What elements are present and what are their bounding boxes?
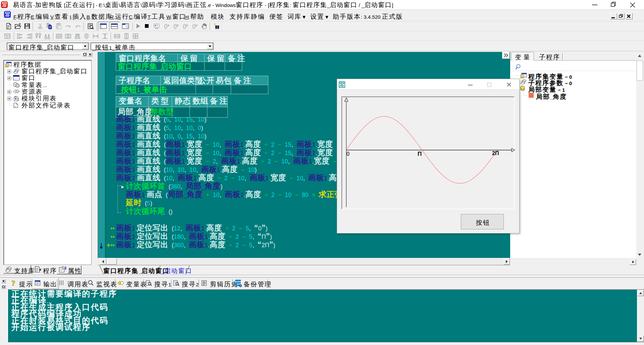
svg-text:e: e: [6, 64, 8, 67]
svg-text:{}: {}: [164, 23, 167, 29]
svg-text:?: ?: [11, 279, 15, 287]
svg-text:e: e: [521, 75, 523, 78]
svg-text:{}: {}: [183, 23, 186, 29]
svg-text:{}: {}: [192, 23, 196, 29]
svg-text:{}: {}: [173, 23, 177, 29]
